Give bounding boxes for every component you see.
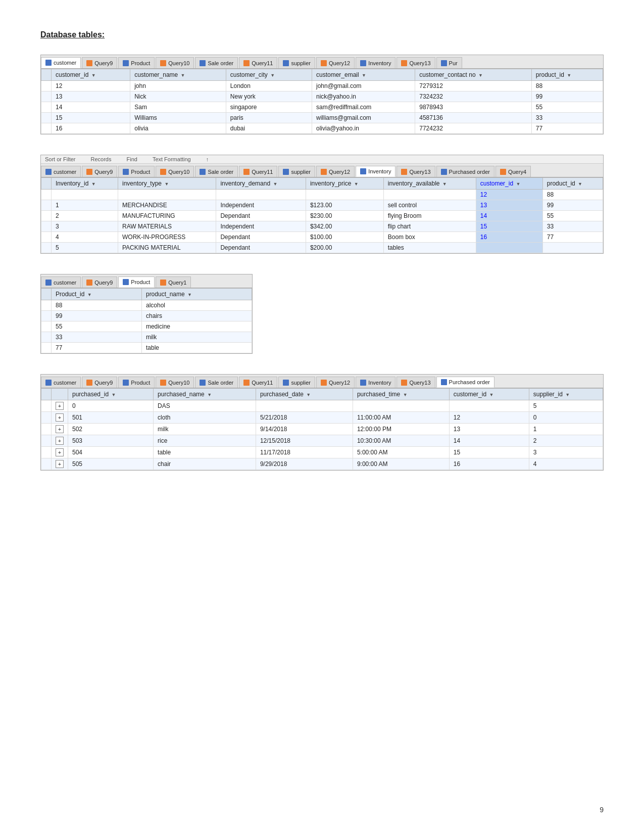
table-cell: dubai bbox=[226, 123, 312, 134]
tab-query9[interactable]: Query9 bbox=[82, 276, 117, 288]
tab-product[interactable]: Product bbox=[118, 276, 155, 288]
tab-query9[interactable]: Query9 bbox=[82, 57, 117, 68]
col-header-product_id[interactable]: product_id ▼ bbox=[542, 178, 603, 190]
tab-query12[interactable]: Query12 bbox=[316, 57, 355, 68]
table-cell: Independent bbox=[216, 221, 306, 232]
expand-button[interactable]: + bbox=[56, 460, 64, 468]
tab-query11[interactable]: Query11 bbox=[239, 57, 277, 68]
tab-product[interactable]: Product bbox=[118, 377, 155, 388]
expand-button[interactable]: + bbox=[56, 425, 64, 433]
col-header-inventory_price[interactable]: inventory_price ▼ bbox=[306, 178, 383, 190]
table-row: 12johnLondonjohn@gmail.com727931288 bbox=[41, 81, 603, 91]
tab-query12[interactable]: Query12 bbox=[316, 166, 355, 177]
tab-inventory[interactable]: Inventory bbox=[356, 377, 395, 388]
expander-cell[interactable]: + bbox=[52, 458, 68, 470]
tab-customer[interactable]: customer bbox=[41, 57, 81, 68]
col-header-purchased_time[interactable]: purchased_time ▼ bbox=[353, 389, 449, 400]
table-cell: milk bbox=[141, 332, 252, 343]
tab-inventory[interactable]: Inventory bbox=[356, 57, 395, 68]
tab-sale-order[interactable]: Sale order bbox=[195, 57, 238, 68]
tab-query11[interactable]: Query11 bbox=[239, 377, 277, 388]
tab-product[interactable]: Product bbox=[118, 166, 155, 177]
col-header-product_name[interactable]: product_name ▼ bbox=[141, 289, 252, 300]
tab-query10[interactable]: Query10 bbox=[156, 57, 194, 68]
expand-button[interactable]: + bbox=[56, 413, 64, 422]
table-cell: milk bbox=[154, 424, 256, 435]
col-header-inventory_available[interactable]: inventory_available ▼ bbox=[383, 178, 476, 190]
tab-query13[interactable]: Query13 bbox=[397, 166, 435, 177]
tab-sale-order[interactable]: Sale order bbox=[195, 166, 238, 177]
expand-button[interactable]: + bbox=[56, 437, 64, 445]
tab-inventory[interactable]: Inventory bbox=[356, 166, 395, 177]
tab-query1[interactable]: Query1 bbox=[156, 276, 191, 288]
toolbar-item[interactable]: Find bbox=[126, 156, 137, 162]
col-header-customer_email[interactable]: customer_email ▼ bbox=[312, 69, 415, 81]
tab-purchased-order[interactable]: Purchased order bbox=[436, 377, 494, 388]
tab-label: Query12 bbox=[329, 60, 350, 66]
col-header-purchased_name[interactable]: purchased_name ▼ bbox=[154, 389, 256, 400]
col-header-product_id[interactable]: product_id ▼ bbox=[531, 69, 603, 81]
table-cell: paris bbox=[226, 113, 312, 123]
tab-label: Product bbox=[131, 60, 150, 66]
col-header-customer_contact-no[interactable]: customer_contact no ▼ bbox=[415, 69, 532, 81]
toolbar-item[interactable]: Sort or Filter bbox=[45, 156, 76, 162]
table-icon bbox=[200, 380, 206, 386]
col-header-customer_id[interactable]: customer_id ▼ bbox=[449, 389, 529, 400]
row-selector-cell bbox=[41, 232, 52, 243]
tab-query13[interactable]: Query13 bbox=[397, 377, 435, 388]
expander-cell[interactable]: + bbox=[52, 435, 68, 447]
tab-query10[interactable]: Query10 bbox=[156, 377, 194, 388]
tab-pur[interactable]: Pur bbox=[436, 57, 462, 68]
col-header-purchased_date[interactable]: purchased_date ▼ bbox=[256, 389, 353, 400]
purchased-table-section: customerQuery9ProductQuery10Sale orderQu… bbox=[40, 374, 604, 471]
tab-query12[interactable]: Query12 bbox=[316, 377, 355, 388]
toolbar-item[interactable]: Text Formatting bbox=[153, 156, 191, 162]
tab-customer[interactable]: customer bbox=[41, 166, 81, 177]
tab-label: supplier bbox=[291, 380, 311, 386]
table-row: +504table11/17/20185:00:00 AM153 bbox=[41, 447, 603, 458]
table-cell: 14 bbox=[476, 211, 542, 221]
tab-query10[interactable]: Query10 bbox=[156, 166, 194, 177]
table-cell: 14 bbox=[52, 102, 130, 113]
expander-cell[interactable]: + bbox=[52, 447, 68, 458]
expander-cell[interactable]: + bbox=[52, 412, 68, 424]
toolbar-item[interactable]: ↑ bbox=[206, 156, 209, 162]
tab-customer[interactable]: customer bbox=[41, 377, 81, 388]
table-row: +501cloth5/21/201811:00:00 AM120 bbox=[41, 412, 603, 424]
expand-button[interactable]: + bbox=[56, 448, 64, 456]
tab-query13[interactable]: Query13 bbox=[397, 57, 435, 68]
col-header-customer_id[interactable]: customer_id ▼ bbox=[476, 178, 542, 190]
tab-label: Query9 bbox=[94, 60, 113, 66]
tab-query11[interactable]: Query11 bbox=[239, 166, 277, 177]
tab-supplier[interactable]: supplier bbox=[278, 166, 315, 177]
col-header-customer_city[interactable]: customer_city ▼ bbox=[226, 69, 312, 81]
toolbar-item[interactable]: Records bbox=[91, 156, 112, 162]
col-header-inventory_type[interactable]: inventory_type ▼ bbox=[118, 178, 216, 190]
tab-customer[interactable]: customer bbox=[41, 276, 81, 288]
tab-query9[interactable]: Query9 bbox=[82, 377, 117, 388]
tab-query9[interactable]: Query9 bbox=[82, 166, 117, 177]
col-header-product_id[interactable]: Product_id ▼ bbox=[52, 289, 142, 300]
sort-icon: ▼ bbox=[181, 73, 185, 78]
tab-label: Query13 bbox=[409, 380, 430, 386]
col-header-supplier_id[interactable]: supplier_id ▼ bbox=[529, 389, 603, 400]
row-selector-cell bbox=[41, 300, 52, 311]
tab-label: Inventory bbox=[368, 380, 391, 386]
expander-cell[interactable]: + bbox=[52, 424, 68, 435]
col-header-customer_id[interactable]: customer_id ▼ bbox=[52, 69, 130, 81]
table-icon bbox=[441, 169, 447, 175]
col-header-inventory_demand[interactable]: inventory_demand ▼ bbox=[216, 178, 306, 190]
col-header-customer_name[interactable]: customer_name ▼ bbox=[130, 69, 226, 81]
col-header-purchased_id[interactable]: purchased_id ▼ bbox=[68, 389, 154, 400]
table-row: 15Williamspariswilliams@gmail.com4587136… bbox=[41, 113, 603, 123]
col-header-inventory_id[interactable]: Inventory_id ▼ bbox=[52, 178, 118, 190]
tab-purchased-order[interactable]: Purchased order bbox=[436, 166, 494, 177]
tab-query4[interactable]: Query4 bbox=[496, 166, 531, 177]
expand-button[interactable]: + bbox=[56, 402, 64, 410]
expander-cell[interactable]: + bbox=[52, 400, 68, 412]
tab-sale-order[interactable]: Sale order bbox=[195, 377, 238, 388]
tab-product[interactable]: Product bbox=[118, 57, 155, 68]
tab-supplier[interactable]: supplier bbox=[278, 57, 315, 68]
tab-supplier[interactable]: supplier bbox=[278, 377, 315, 388]
table-row: 3RAW MATERIALSIndependent$342.00flip cha… bbox=[41, 221, 603, 232]
